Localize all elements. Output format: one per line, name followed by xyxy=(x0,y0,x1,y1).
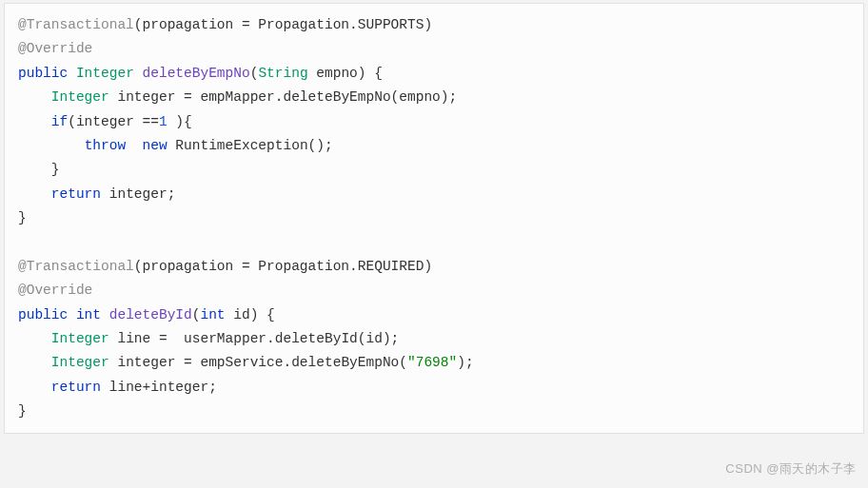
watermark-text: CSDN @雨天的木子李 xyxy=(725,459,857,480)
annotation: @Override xyxy=(18,283,92,298)
code-line-15: return line+integer; xyxy=(18,380,217,395)
code-line-4: Integer integer = empMapper.deleteByEmpN… xyxy=(18,89,457,105)
code-line-1: @Transactional(propagation = Propagation… xyxy=(18,17,432,32)
code-line-7: } xyxy=(18,162,60,177)
annotation: @Transactional xyxy=(18,17,134,32)
method-name: deleteByEmpNo xyxy=(143,66,250,81)
annotation: @Transactional xyxy=(18,259,134,274)
code-line-3: public Integer deleteByEmpNo(String empn… xyxy=(18,66,383,81)
code-line-5: if(integer ==1 ){ xyxy=(18,114,192,129)
code-line-6: throw new RuntimeException(); xyxy=(18,138,333,153)
code-block: @Transactional(propagation = Propagation… xyxy=(4,3,864,434)
code-line-8: return integer; xyxy=(18,186,175,202)
code-line-12: public int deleteById(int id) { xyxy=(18,307,275,322)
code-line-11: @Override xyxy=(18,283,92,298)
code-line-14: Integer integer = empService.deleteByEmp… xyxy=(18,355,474,370)
annotation: @Override xyxy=(18,41,92,56)
method-name: deleteById xyxy=(109,307,192,322)
code-line-9: } xyxy=(18,210,27,225)
code-line-2: @Override xyxy=(18,41,92,56)
code-line-13: Integer line = userMapper.deleteById(id)… xyxy=(18,331,399,346)
code-line-10: @Transactional(propagation = Propagation… xyxy=(18,259,432,274)
code-line-16: } xyxy=(18,403,27,419)
